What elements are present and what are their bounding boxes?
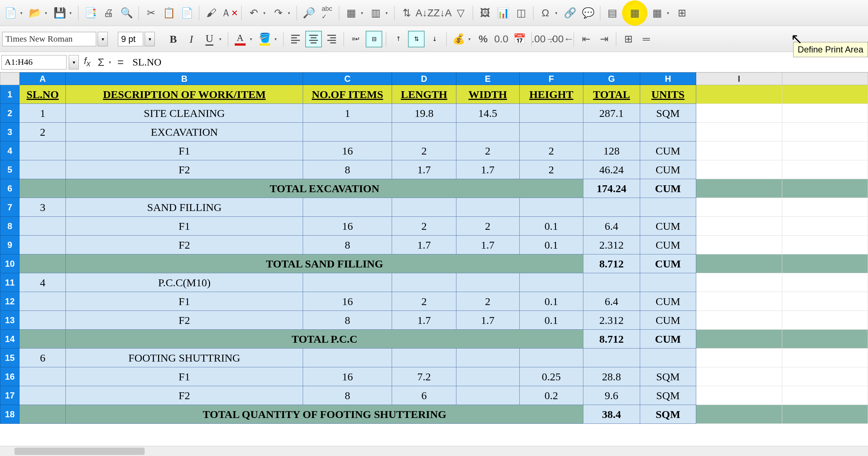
cell[interactable] — [696, 386, 782, 405]
cell[interactable]: F1 — [66, 367, 303, 386]
cell[interactable]: SQM — [640, 367, 696, 386]
cell[interactable]: 1.7 — [456, 236, 519, 254]
align-bottom-button[interactable]: ⤓ — [426, 31, 443, 47]
cell[interactable]: 1.7 — [392, 236, 456, 254]
cell[interactable] — [782, 236, 868, 254]
row-hdr[interactable]: 13 — [0, 311, 20, 330]
cell[interactable] — [20, 386, 66, 405]
cell[interactable] — [20, 292, 66, 311]
cell[interactable]: 2 — [20, 123, 66, 142]
cell[interactable]: 8 — [303, 386, 392, 405]
col-hdr-B[interactable]: B — [66, 73, 303, 85]
align-left-button[interactable] — [287, 31, 304, 47]
cell[interactable]: 7.2 — [392, 367, 456, 386]
cell[interactable]: CUM — [640, 160, 696, 179]
col-hdr-F[interactable]: F — [519, 73, 583, 85]
cell[interactable]: 6.4 — [583, 217, 640, 236]
cell[interactable]: 46.24 — [583, 160, 640, 179]
cell[interactable]: CUM — [640, 217, 696, 236]
cell[interactable]: WIDTH — [456, 85, 519, 104]
freeze-dropdown[interactable]: ▾ — [667, 10, 672, 16]
cell[interactable]: 0.1 — [519, 311, 583, 330]
split-window-icon[interactable]: ⊞ — [673, 5, 690, 21]
cell[interactable]: F2 — [66, 311, 303, 330]
cell[interactable] — [782, 254, 868, 273]
number-button[interactable]: 0.0 — [493, 31, 510, 47]
cell[interactable]: F2 — [66, 386, 303, 405]
cell[interactable]: 14.5 — [456, 104, 519, 123]
headers-footers-icon[interactable]: ▤ — [604, 5, 621, 21]
clone-format-icon[interactable]: 🖌 — [203, 5, 220, 21]
cell[interactable]: F1 — [66, 142, 303, 160]
clear-format-icon[interactable]: Ａ✕ — [221, 5, 238, 21]
cell[interactable]: 1 — [303, 104, 392, 123]
row-hdr[interactable]: 9 — [0, 236, 20, 254]
borders-button[interactable]: ⊞ — [620, 31, 637, 47]
col-hdr-H[interactable]: H — [640, 73, 696, 85]
cell[interactable] — [392, 349, 456, 367]
cell[interactable] — [519, 123, 583, 142]
export-pdf-icon[interactable]: 📑 — [82, 5, 99, 21]
redo-dropdown[interactable]: ▾ — [288, 10, 293, 16]
cell[interactable]: CUM — [640, 292, 696, 311]
cell[interactable] — [303, 123, 392, 142]
cell[interactable]: 0.25 — [519, 367, 583, 386]
col-hdr-D[interactable]: D — [392, 73, 456, 85]
cell[interactable]: CUM — [640, 142, 696, 160]
scrollbar-thumb[interactable] — [14, 448, 145, 455]
highlight-color-dropdown[interactable]: ▾ — [275, 37, 280, 42]
row-hdr[interactable]: 10 — [0, 254, 20, 273]
fx-icon[interactable]: fx — [84, 55, 90, 68]
cell[interactable] — [20, 405, 66, 424]
save-icon[interactable]: 💾 — [51, 5, 68, 21]
cell[interactable]: EXCAVATION — [66, 123, 303, 142]
row-hdr[interactable]: 8 — [0, 217, 20, 236]
cell[interactable]: SL.NO — [20, 85, 66, 104]
total-value-cell[interactable]: 8.712 — [583, 254, 640, 273]
print-icon[interactable]: 🖨 — [100, 5, 117, 21]
comment-icon[interactable]: 💬 — [580, 5, 596, 21]
cell[interactable] — [640, 198, 696, 217]
underline-button[interactable]: U — [201, 31, 218, 47]
date-button[interactable]: 📅 — [511, 31, 528, 47]
font-name-combo[interactable] — [2, 32, 96, 46]
cell[interactable]: 6 — [20, 349, 66, 367]
cell[interactable]: 1.7 — [456, 160, 519, 179]
cell[interactable]: 16 — [303, 142, 392, 160]
find-replace-icon[interactable]: 🔎 — [301, 5, 317, 21]
cell[interactable] — [456, 273, 519, 292]
cell[interactable]: 128 — [583, 142, 640, 160]
cell[interactable]: 287.1 — [583, 104, 640, 123]
cell[interactable] — [20, 311, 66, 330]
underline-dropdown[interactable]: ▾ — [219, 37, 224, 42]
cell[interactable]: 0.2 — [519, 386, 583, 405]
row-hdr[interactable]: 17 — [0, 386, 20, 405]
increase-indent-button[interactable]: ⇥ — [596, 31, 612, 47]
cell[interactable] — [782, 104, 868, 123]
hyperlink-icon[interactable]: 🔗 — [562, 5, 578, 21]
undo-dropdown[interactable]: ▾ — [263, 10, 268, 16]
col-hdr-I[interactable]: I — [696, 73, 782, 85]
cell[interactable]: 16 — [303, 367, 392, 386]
total-label-cell[interactable]: TOTAL EXCAVATION — [66, 179, 583, 198]
cell[interactable]: F2 — [66, 160, 303, 179]
cell[interactable] — [782, 179, 868, 198]
cell[interactable] — [782, 405, 868, 424]
cell[interactable]: 2 — [392, 217, 456, 236]
cell[interactable]: NO.OF ITEMS — [303, 85, 392, 104]
special-char-dropdown[interactable]: ▾ — [555, 10, 560, 16]
cell[interactable] — [696, 236, 782, 254]
cell[interactable] — [782, 367, 868, 386]
cell[interactable] — [696, 330, 782, 349]
merge-cells-button[interactable]: ⊟ — [366, 31, 382, 47]
cell[interactable] — [696, 160, 782, 179]
cell[interactable] — [303, 273, 392, 292]
cell[interactable] — [696, 273, 782, 292]
units-cell[interactable]: CUM — [640, 254, 696, 273]
cell[interactable]: LENGTH — [392, 85, 456, 104]
undo-icon[interactable]: ↶ — [245, 5, 262, 21]
print-preview-icon[interactable]: 🔍 — [118, 5, 135, 21]
row-hdr[interactable]: 14 — [0, 330, 20, 349]
cell[interactable] — [583, 123, 640, 142]
units-cell[interactable]: SQM — [640, 405, 696, 424]
